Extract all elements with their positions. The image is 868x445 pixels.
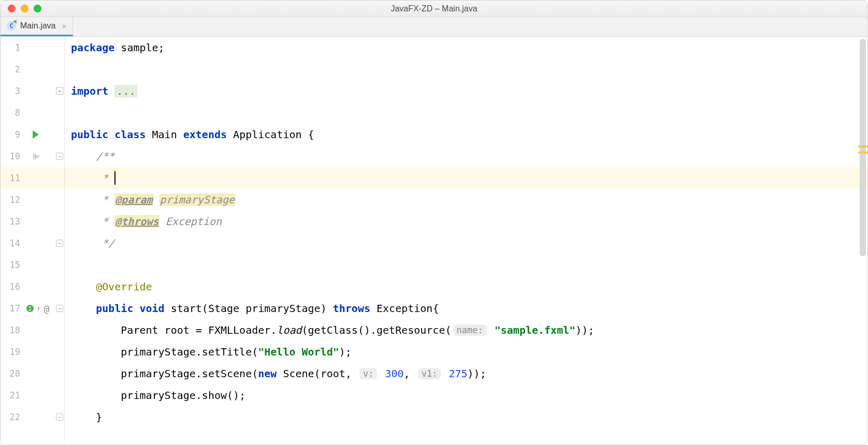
tab-main-java[interactable]: C Main.java × <box>1 17 73 36</box>
code-token: Exception{ <box>370 302 439 315</box>
line-number: 1 <box>1 42 23 53</box>
code-token: )); <box>575 324 594 336</box>
javadoc-gutter-icon[interactable]: ⊫ <box>33 152 40 161</box>
code-token: @throws <box>114 215 159 228</box>
tab-label: Main.java <box>20 21 55 31</box>
line-number: 14 <box>1 238 23 248</box>
code-token: * <box>71 215 114 228</box>
line-number: 2 <box>1 64 23 75</box>
fold-collapse-icon[interactable] <box>56 305 63 312</box>
code-token: 275 <box>449 367 467 380</box>
code-token: 300 <box>385 367 403 380</box>
line-number: 10 <box>1 151 23 161</box>
code-token: Exception <box>160 215 222 228</box>
close-tab-icon[interactable]: × <box>62 22 66 31</box>
editor: 1 2 3 8 9 10⊫ 11 12 13 14 15 16 17I↑@ 18… <box>1 37 867 444</box>
fold-collapse-icon[interactable] <box>56 413 63 421</box>
code-token: } <box>71 411 102 423</box>
line-number: 19 <box>1 347 23 357</box>
code-token: primaryStage.show(); <box>71 389 245 402</box>
fold-expand-icon[interactable] <box>56 87 63 95</box>
code-token: ); <box>339 346 352 358</box>
code-token: throws <box>333 302 370 315</box>
window-title: JavaFX-ZD – Main.java <box>1 4 867 13</box>
code-token: "Hello World" <box>258 346 339 358</box>
code-token: extends <box>183 128 227 141</box>
fold-collapse-icon[interactable] <box>56 153 63 160</box>
code-token: package <box>71 41 114 54</box>
line-number: 13 <box>1 216 23 227</box>
line-number: 22 <box>1 412 23 422</box>
warning-mark[interactable] <box>858 152 867 154</box>
code-token <box>153 194 160 206</box>
line-number: 9 <box>1 129 23 140</box>
code-token: public void <box>96 302 164 315</box>
code-token <box>488 324 495 336</box>
warning-mark[interactable] <box>858 145 867 147</box>
gutter[interactable]: 1 2 3 8 9 10⊫ 11 12 13 14 15 16 17I↑@ 18… <box>1 37 65 444</box>
code-token: sample; <box>114 41 164 54</box>
titlebar: JavaFX-ZD – Main.java <box>1 1 867 17</box>
code-area[interactable]: package sample; import ... public class … <box>65 37 867 444</box>
line-number: 12 <box>1 195 23 205</box>
code-token: "sample.fxml" <box>495 324 576 336</box>
text-cursor <box>114 171 115 185</box>
code-token: primaryStage <box>160 194 236 206</box>
code-token: /** <box>71 150 114 162</box>
code-token: */ <box>71 237 114 249</box>
code-token: Application { <box>227 128 314 141</box>
code-token: * <box>71 194 114 206</box>
scrollbar-thumb[interactable] <box>860 39 866 256</box>
line-number: 18 <box>1 325 23 335</box>
line-number: 16 <box>1 281 23 292</box>
code-token: Parent root = FXMLLoader. <box>71 324 277 336</box>
line-number: 17 <box>1 303 23 314</box>
arrow-up-icon: ↑ <box>36 304 40 313</box>
override-gutter-icon[interactable]: I <box>26 305 34 312</box>
code-token: primaryStage.setTitle( <box>71 346 258 358</box>
line-number: 3 <box>1 86 23 96</box>
parameter-hint: v1: <box>418 368 441 379</box>
code-token: )); <box>468 367 486 380</box>
java-class-icon: C <box>7 21 16 31</box>
code-token: Main <box>146 128 183 141</box>
annotation-gutter-icon: @ <box>44 303 49 314</box>
error-stripe[interactable] <box>858 37 867 444</box>
code-token: @param <box>114 194 153 206</box>
line-number: 8 <box>1 108 23 118</box>
code-token: load <box>277 324 301 336</box>
code-token: import <box>71 85 108 97</box>
code-token: * <box>71 172 114 184</box>
code-token: new <box>258 367 277 380</box>
code-token: @Override <box>71 280 152 293</box>
line-number: 15 <box>1 260 23 270</box>
code-token: start(Stage primaryStage) <box>165 302 333 315</box>
line-number: 20 <box>1 368 23 379</box>
run-gutter-icon[interactable] <box>33 130 39 139</box>
tab-bar: C Main.java × <box>1 17 867 37</box>
parameter-hint: name: <box>453 324 487 336</box>
line-number: 11 <box>1 173 23 183</box>
line-number: 21 <box>1 390 23 400</box>
code-token: public class <box>71 128 146 141</box>
code-token: (getClass().getResource( <box>302 324 452 336</box>
parameter-hint: v: <box>359 368 377 379</box>
code-token: , <box>404 367 416 380</box>
code-token: primaryStage.setScene( <box>71 367 258 380</box>
code-token: Scene(root, <box>277 367 358 380</box>
folded-region[interactable]: ... <box>114 85 137 97</box>
fold-collapse-icon[interactable] <box>56 240 63 247</box>
